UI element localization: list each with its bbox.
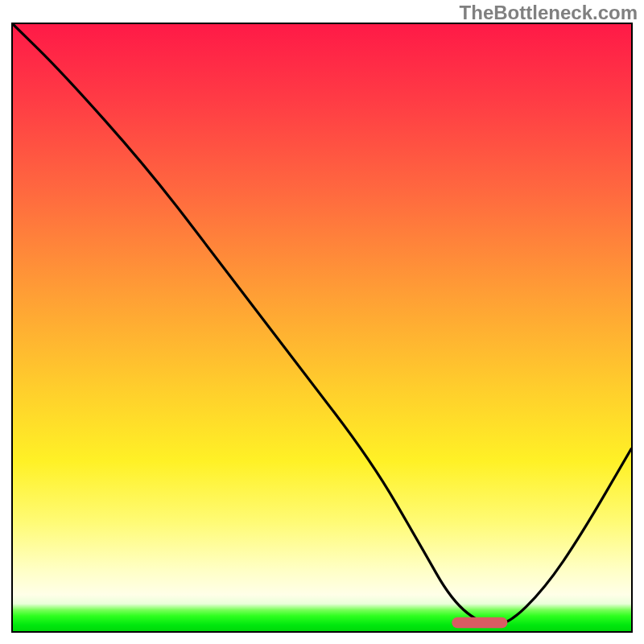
watermark-text: TheBottleneck.com [460, 2, 638, 24]
optimum-marker [452, 617, 507, 629]
bottleneck-curve [13, 24, 631, 625]
chart-overlay [13, 24, 631, 631]
chart-area [11, 23, 633, 633]
